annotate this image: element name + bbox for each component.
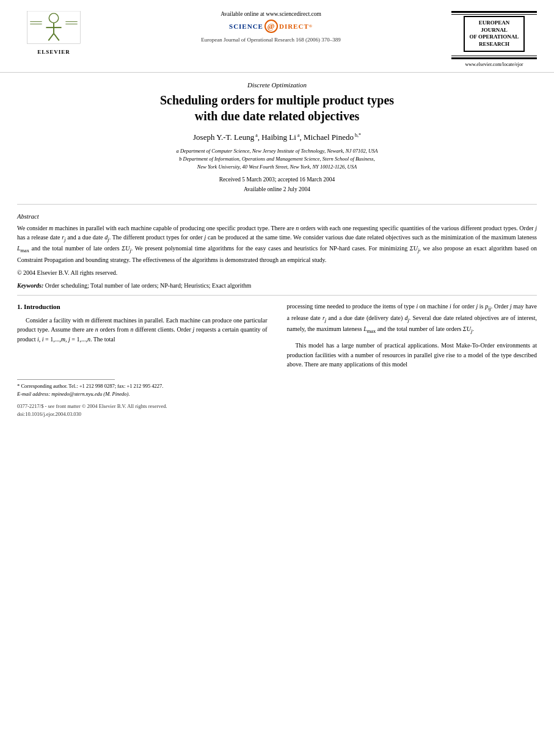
affil-b2: New York University, 40 West Fourth Stre… bbox=[37, 163, 517, 171]
header-center: Available online at www.sciencedirect.co… bbox=[90, 11, 451, 43]
title-line2: with due date related objectives bbox=[195, 109, 360, 123]
abstract-text: We consider m machines in parallel with … bbox=[17, 224, 537, 264]
affil-b: b Department of Information, Operations … bbox=[37, 155, 517, 163]
header-left: ELSEVIER bbox=[17, 11, 90, 55]
two-column-content: 1. Introduction Consider a facility with… bbox=[0, 302, 554, 374]
science-text: SCIENCE bbox=[229, 23, 263, 30]
received-date: Received 5 March 2003; accepted 16 March… bbox=[0, 175, 554, 184]
author2-name: , Haibing Li bbox=[258, 133, 296, 142]
at-icon: @ bbox=[264, 20, 278, 33]
footnote-star-text: * Corresponding author. Tel.: +1 212 998… bbox=[17, 382, 537, 390]
footer-doi: doi:10.1016/j.ejor.2004.03.030 bbox=[17, 410, 537, 418]
authors-line: Joseph Y.-T. Leung a, Haibing Li a, Mich… bbox=[0, 133, 554, 142]
column-right: processing time needed to produce the it… bbox=[277, 302, 538, 374]
header: ELSEVIER Available online at www.science… bbox=[0, 0, 554, 73]
intro-paragraph: Consider a facility with m different mac… bbox=[17, 316, 268, 344]
author1-name: Joseph Y.-T. Leung bbox=[193, 133, 254, 142]
submission-dates: Received 5 March 2003; accepted 16 March… bbox=[0, 175, 554, 194]
right-paragraph-1: processing time needed to produce the it… bbox=[287, 302, 538, 336]
footnote-email-text: E-mail address: mpinedo@stern.nyu.edu (M… bbox=[17, 390, 537, 398]
affiliations: a Department of Computer Science, New Je… bbox=[0, 147, 554, 170]
elsevier-logo-icon bbox=[26, 11, 81, 48]
copyright-notice: © 2004 Elsevier B.V. All rights reserved… bbox=[17, 269, 537, 276]
ejor-title: EUROPEANJOURNALOF OPERATIONALRESEARCH bbox=[470, 20, 519, 48]
journal-reference: European Journal of Operational Research… bbox=[201, 37, 341, 43]
keywords-values: Order scheduling; Total number of late o… bbox=[45, 282, 251, 289]
abstract-section: Abstract We consider m machines in paral… bbox=[0, 205, 554, 289]
column-left: 1. Introduction Consider a facility with… bbox=[17, 302, 277, 374]
right-paragraph-2: This model has a large number of practic… bbox=[287, 341, 538, 369]
paper-title: Scheduling orders for multiple product t… bbox=[0, 92, 554, 124]
affil-a: a Department of Computer Science, New Je… bbox=[37, 147, 517, 155]
abstract-divider-bottom bbox=[17, 295, 537, 296]
keywords-label: Keywords: bbox=[17, 282, 43, 289]
keywords-line: Keywords: Order scheduling; Total number… bbox=[17, 282, 537, 289]
direct-text: DIRECT bbox=[279, 23, 309, 30]
page-footer: 0377-2217/$ - see front matter © 2004 El… bbox=[0, 398, 554, 421]
author3-sup: b,* bbox=[354, 133, 361, 138]
page: ELSEVIER Available online at www.science… bbox=[0, 0, 554, 756]
ejor-box: EUROPEANJOURNALOF OPERATIONALRESEARCH bbox=[464, 16, 525, 52]
elsevier-label: ELSEVIER bbox=[37, 49, 70, 55]
title-line1: Scheduling orders for multiple product t… bbox=[160, 93, 394, 107]
footnote-divider bbox=[17, 379, 115, 380]
footer-issn: 0377-2217/$ - see front matter © 2004 El… bbox=[17, 402, 537, 410]
header-right: EUROPEANJOURNALOF OPERATIONALRESEARCH ww… bbox=[451, 11, 537, 67]
section-label: Discrete Optimization bbox=[0, 73, 554, 92]
registered-symbol: ® bbox=[309, 24, 313, 29]
intro-heading: 1. Introduction bbox=[17, 302, 268, 312]
abstract-label: Abstract bbox=[17, 213, 537, 220]
footnotes-area: * Corresponding author. Tel.: +1 212 998… bbox=[0, 374, 554, 398]
sciencedirect-logo: SCIENCE @ DIRECT® bbox=[229, 20, 313, 33]
author3-name: , Michael Pinedo bbox=[299, 133, 353, 142]
available-online-text: Available online at www.sciencedirect.co… bbox=[221, 11, 321, 17]
ejor-website: www.elsevier.com/locate/ejor bbox=[465, 62, 523, 67]
available-online-date: Available online 2 July 2004 bbox=[0, 185, 554, 194]
